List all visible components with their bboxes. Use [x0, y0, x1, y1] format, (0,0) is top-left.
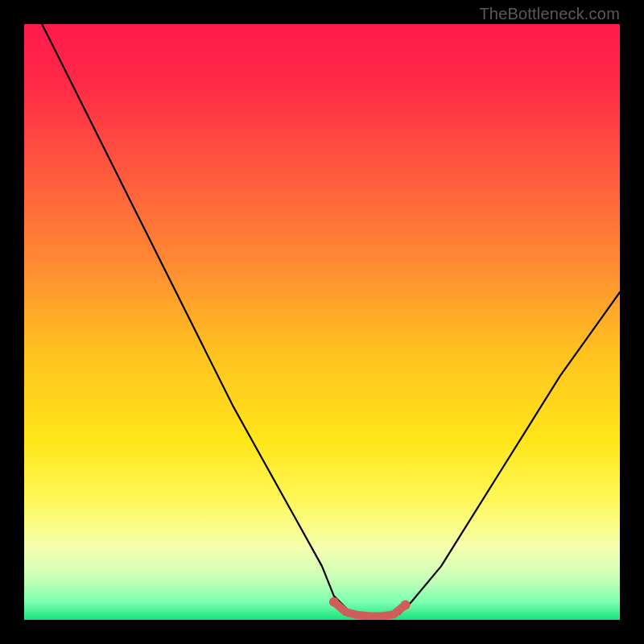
- chart-frame: TheBottleneck.com: [0, 0, 644, 644]
- highlight-endpoint-right: [401, 601, 411, 610]
- bottleneck-chart: [24, 24, 620, 620]
- gradient-background: [24, 24, 620, 620]
- highlight-endpoint-left: [329, 597, 339, 607]
- plot-area: [24, 24, 620, 620]
- attribution-text: TheBottleneck.com: [479, 5, 620, 23]
